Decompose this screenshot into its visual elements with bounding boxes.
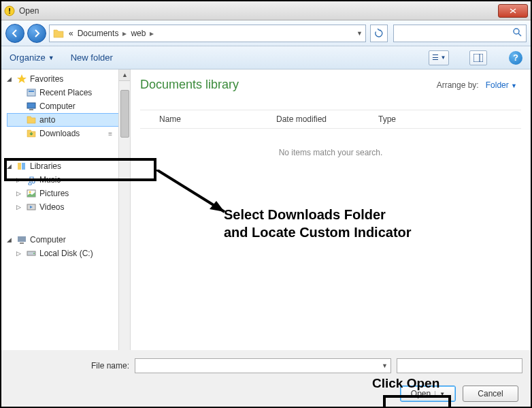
folder-icon — [52, 27, 65, 40]
new-folder-button[interactable]: New folder — [71, 52, 113, 63]
sidebar-item-music[interactable]: ▷ Music — [7, 173, 127, 187]
sidebar-item-local-disk[interactable]: ▷ Local Disk (C:) — [7, 247, 127, 260]
column-headers: Name Date modified Type — [140, 110, 521, 129]
filename-label: File name: — [91, 361, 129, 371]
close-button[interactable] — [498, 4, 528, 18]
svg-line-3 — [518, 33, 521, 36]
disk-icon — [26, 248, 37, 259]
libraries-group: ◢ Libraries ▷ Music ▷ Pictures ▷ — [1, 157, 130, 217]
svg-rect-8 — [27, 103, 35, 108]
scrollbar-thumb[interactable] — [120, 90, 129, 138]
sidebar-item-downloads[interactable]: Downloads ≡ — [7, 127, 127, 140]
svg-rect-16 — [20, 242, 24, 244]
svg-rect-10 — [18, 163, 21, 170]
refresh-button[interactable] — [370, 25, 388, 42]
help-button[interactable]: ? — [509, 51, 522, 65]
breadcrumb-prefix: « — [69, 29, 73, 38]
filename-input[interactable]: ▼ — [135, 358, 391, 373]
view-mode-button[interactable]: ☰▼ — [429, 50, 449, 65]
bottom-bar: File name: ▼ — [1, 350, 531, 381]
forward-button[interactable] — [27, 24, 46, 43]
back-button[interactable] — [5, 24, 24, 43]
breadcrumb-part-1[interactable]: Documents — [78, 29, 119, 38]
breadcrumb-separator-icon: ▸ — [122, 29, 127, 38]
collapse-icon: ◢ — [7, 76, 14, 82]
open-button[interactable]: Open ▼ — [400, 386, 456, 402]
computer-title[interactable]: ◢ Computer — [7, 234, 127, 245]
favorites-title[interactable]: ◢ Favorites — [7, 74, 127, 84]
grip-icon: ≡ — [108, 130, 112, 138]
arrange-by-dropdown[interactable]: Folder ▼ — [486, 80, 517, 90]
computer-icon — [16, 234, 27, 245]
expand-icon: ▷ — [16, 204, 23, 210]
sidebar-item-anto[interactable]: anto — [7, 113, 127, 127]
favorites-group: ◢ Favorites Recent Places Computer anto — [1, 69, 130, 143]
music-icon — [26, 174, 37, 185]
navbar: « Documents ▸ web ▸ ▼ — [1, 20, 531, 46]
svg-point-13 — [29, 191, 31, 193]
button-bar: Open ▼ Cancel — [1, 381, 531, 407]
search-input[interactable] — [393, 25, 527, 42]
svg-rect-15 — [18, 236, 26, 242]
svg-rect-4 — [473, 54, 483, 62]
col-type[interactable]: Type — [378, 114, 446, 124]
window-title: Open — [19, 6, 498, 16]
body-area: ◢ Favorites Recent Places Computer anto — [1, 69, 531, 376]
sidebar-item-computer-fav[interactable]: Computer — [7, 99, 127, 113]
chevron-down-icon: ▼ — [382, 362, 388, 369]
chevron-down-icon: ▼ — [511, 82, 517, 89]
content-pane: Documents library Arrange by: Folder ▼ N… — [131, 69, 531, 376]
col-date[interactable]: Date modified — [276, 114, 378, 124]
scroll-up-icon[interactable]: ▲ — [119, 69, 131, 81]
folder-icon — [26, 114, 37, 125]
empty-message: No items match your search. — [140, 148, 521, 157]
app-icon: ! — [4, 5, 15, 16]
chevron-down-icon: ▼ — [48, 54, 54, 61]
open-dialog: ! Open « Documents ▸ web ▸ ▼ — [1, 1, 531, 407]
libraries-title[interactable]: ◢ Libraries — [7, 161, 127, 172]
svg-rect-11 — [22, 163, 25, 170]
breadcrumb-dropdown-icon[interactable]: ▼ — [356, 30, 363, 37]
organize-menu[interactable]: Organize▼ — [10, 52, 54, 63]
col-name[interactable]: Name — [140, 114, 276, 124]
sidebar: ◢ Favorites Recent Places Computer anto — [1, 69, 131, 376]
expand-icon: ▷ — [16, 176, 23, 183]
star-icon — [16, 74, 27, 84]
toolbar: Organize▼ New folder ☰▼ ? — [1, 46, 531, 69]
videos-icon — [26, 202, 37, 213]
cancel-button[interactable]: Cancel — [463, 386, 518, 402]
filetype-dropdown[interactable] — [397, 358, 522, 373]
breadcrumb-part-2[interactable]: web — [131, 29, 146, 38]
sidebar-item-recent-places[interactable]: Recent Places — [7, 86, 127, 99]
svg-point-2 — [514, 29, 519, 34]
libraries-icon — [16, 161, 27, 172]
breadcrumb-separator-icon: ▸ — [150, 29, 154, 38]
expand-icon: ▷ — [16, 190, 23, 197]
svg-rect-6 — [27, 89, 35, 96]
preview-pane-icon — [473, 54, 483, 62]
svg-rect-7 — [29, 91, 34, 92]
computer-group: ◢ Computer ▷ Local Disk (C:) — [1, 230, 130, 263]
search-icon — [512, 27, 522, 40]
expand-icon: ▷ — [16, 250, 23, 257]
list-view-icon: ☰ — [432, 53, 439, 62]
sidebar-scrollbar[interactable]: ▲ ▼ — [118, 69, 130, 376]
pictures-icon — [26, 188, 37, 199]
titlebar: ! Open — [1, 1, 531, 20]
collapse-icon: ◢ — [7, 236, 14, 243]
svg-text:!: ! — [8, 7, 11, 15]
collapse-icon: ◢ — [7, 163, 14, 170]
folder-icon — [26, 128, 37, 139]
sidebar-item-videos[interactable]: ▷ Videos — [7, 200, 127, 214]
preview-pane-button[interactable] — [469, 50, 487, 65]
breadcrumb[interactable]: « Documents ▸ web ▸ ▼ — [49, 25, 366, 42]
svg-point-18 — [33, 253, 35, 254]
chevron-down-icon: ▼ — [441, 54, 446, 61]
computer-icon — [26, 101, 37, 112]
chevron-down-icon: ▼ — [435, 391, 445, 397]
arrange-by: Arrange by: Folder ▼ — [437, 80, 517, 90]
recent-icon — [26, 87, 37, 98]
svg-rect-9 — [29, 109, 33, 110]
sidebar-item-pictures[interactable]: ▷ Pictures — [7, 187, 127, 200]
